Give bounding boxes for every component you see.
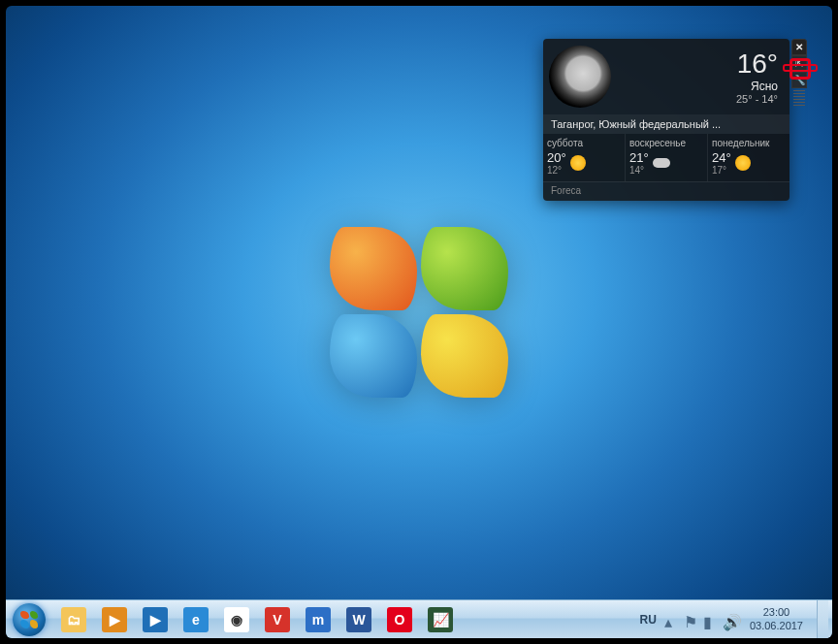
- forecast-day: суббота 20° 12°: [543, 134, 626, 181]
- annotation-highlight: [783, 64, 818, 72]
- taskbar-item-opera[interactable]: O: [380, 603, 419, 636]
- maxthon-icon: m: [306, 607, 331, 632]
- taskbar-item-wmplayer[interactable]: ▶: [95, 603, 134, 636]
- gadget-close-button[interactable]: ✕: [791, 39, 807, 55]
- forecast-hi: 21°: [629, 150, 649, 165]
- taskbar-item-vivaldi[interactable]: V: [258, 603, 297, 636]
- mpc-icon: ▶: [143, 607, 168, 632]
- taskbar-pinned-list: 🗂▶▶e◉VmWO📈: [54, 603, 460, 636]
- today-range: 25° - 14°: [736, 93, 778, 105]
- sun-icon: [570, 155, 586, 171]
- ie-icon: e: [183, 607, 209, 632]
- weather-gadget[interactable]: 16° Ясно 25° - 14° Таганрог, Южный федер…: [543, 39, 790, 201]
- taskbar-item-explorer[interactable]: 🗂: [54, 603, 93, 636]
- weather-location[interactable]: Таганрог, Южный федеральный ...: [543, 114, 790, 134]
- sun-icon: [735, 155, 751, 171]
- forecast-lo: 12°: [547, 165, 566, 176]
- system-tray: RU ▴ ⚑ ▮ 🔊 23:00 03.06.2017: [640, 600, 832, 638]
- taskbar: 🗂▶▶e◉VmWO📈 RU ▴ ⚑ ▮ 🔊 23:00 03.06.2017: [6, 599, 832, 638]
- forecast-hi: 24°: [712, 150, 731, 165]
- forecast-day-name: суббота: [547, 138, 621, 148]
- desktop[interactable]: 16° Ясно 25° - 14° Таганрог, Южный федер…: [6, 6, 832, 638]
- current-temp: 16°: [736, 48, 778, 80]
- gadget-drag-handle[interactable]: [793, 90, 805, 108]
- forecast-day: понедельник 24° 17°: [708, 134, 790, 181]
- taskbar-item-chrome[interactable]: ◉: [217, 603, 256, 636]
- taskmgr-icon: 📈: [428, 607, 453, 632]
- taskbar-item-maxthon[interactable]: m: [299, 603, 338, 636]
- taskbar-item-word[interactable]: W: [339, 603, 378, 636]
- cloud-icon: [653, 158, 670, 168]
- forecast-hi: 20°: [547, 150, 566, 165]
- vivaldi-icon: V: [265, 607, 290, 632]
- forecast-row: суббота 20° 12° воскресенье 21° 14° поне…: [543, 134, 790, 181]
- taskbar-item-mpc[interactable]: ▶: [136, 603, 175, 636]
- taskbar-item-ie[interactable]: e: [177, 603, 215, 636]
- moon-icon: [549, 46, 611, 108]
- network-icon[interactable]: ▮: [703, 613, 717, 627]
- weather-brand[interactable]: Foreca: [543, 181, 790, 201]
- start-orb-icon: [13, 603, 46, 636]
- forecast-lo: 14°: [629, 165, 649, 176]
- forecast-day-name: понедельник: [712, 138, 786, 148]
- forecast-day: воскресенье 21° 14°: [626, 134, 708, 181]
- wmplayer-icon: ▶: [102, 607, 127, 632]
- explorer-icon: 🗂: [61, 607, 86, 632]
- chrome-icon: ◉: [224, 607, 249, 632]
- volume-icon[interactable]: 🔊: [723, 613, 736, 627]
- word-icon: W: [346, 607, 371, 632]
- forecast-lo: 17°: [712, 165, 731, 176]
- clock[interactable]: 23:00 03.06.2017: [744, 606, 809, 631]
- current-condition: Ясно: [736, 80, 778, 93]
- taskbar-item-taskmgr[interactable]: 📈: [421, 603, 460, 636]
- weather-current: 16° Ясно 25° - 14°: [543, 39, 790, 114]
- start-button[interactable]: [10, 600, 48, 639]
- tray-chevron-up-icon[interactable]: ▴: [664, 613, 678, 627]
- language-indicator[interactable]: RU: [640, 613, 657, 627]
- forecast-day-name: воскресенье: [629, 138, 703, 148]
- windows-logo: [330, 227, 508, 398]
- opera-icon: O: [387, 607, 412, 632]
- show-desktop-button[interactable]: [817, 600, 828, 639]
- action-center-icon[interactable]: ⚑: [684, 613, 697, 627]
- clock-date: 03.06.2017: [750, 620, 803, 632]
- clock-time: 23:00: [750, 606, 803, 619]
